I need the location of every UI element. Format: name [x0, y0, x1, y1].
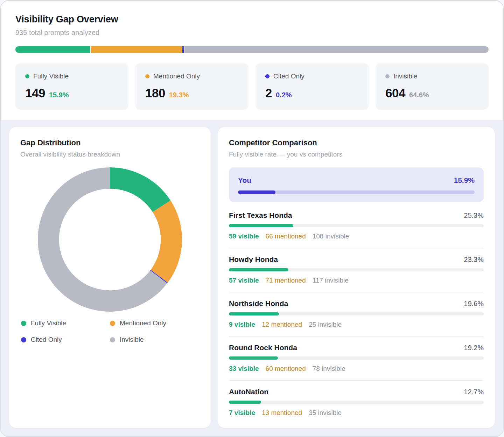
stat-label: Mentioned Only: [153, 72, 200, 80]
you-bar-fill: [238, 190, 275, 194]
stat-percent: 15.9%: [49, 91, 69, 99]
donut-slice-fully-visible: [110, 167, 170, 212]
competitor-row-header: AutoNation12.7%: [229, 388, 484, 396]
page-title: Visibility Gap Overview: [15, 14, 489, 25]
mentioned-count: 12 mentioned: [262, 321, 302, 328]
competitor-row-header: First Texas Honda25.3%: [229, 211, 484, 220]
stat-value: 604: [385, 86, 405, 100]
competitor-bar-fill: [229, 224, 293, 227]
competitor-row-header: Howdy Honda23.3%: [229, 255, 484, 264]
cited-only-legend-dot-icon: [21, 337, 26, 342]
visible-count: 33 visible: [229, 365, 259, 373]
you-row: You 15.9%: [229, 167, 484, 202]
stat-percent: 19.3%: [169, 91, 189, 99]
competitor-comparison-card: Competitor Comparison Fully visible rate…: [218, 127, 495, 428]
competitor-row-header: Northside Honda19.6%: [229, 299, 484, 308]
visible-count: 57 visible: [229, 277, 259, 284]
competitor-stats: 9 visible12 mentioned25 invisible: [229, 321, 484, 328]
competitor-percent: 23.3%: [464, 256, 484, 264]
competitor-bar-fill: [229, 356, 278, 360]
competitor-stats: 57 visible71 mentioned117 invisible: [229, 277, 484, 284]
competitor-percent: 25.3%: [464, 211, 484, 220]
gap-distribution-card: Gap Distribution Overall visibility stat…: [9, 127, 211, 428]
competitor-comparison-subtitle: Fully visible rate — you vs competitors: [229, 151, 484, 158]
stat-value-row: 18019.3%: [145, 86, 239, 100]
legend-label: Cited Only: [31, 336, 62, 344]
competitor-row-first-texas-honda: First Texas Honda25.3%59 visible66 menti…: [229, 204, 484, 248]
stat-value-row: 20.2%: [265, 86, 359, 100]
legend-item-cited-only: Cited Only: [21, 336, 110, 344]
stat-label: Cited Only: [273, 72, 304, 80]
stat-percent: 64.6%: [409, 91, 429, 99]
donut-chart: [38, 167, 182, 312]
competitor-row-autonation: AutoNation12.7%7 visible13 mentioned35 i…: [229, 381, 484, 417]
competitor-name: AutoNation: [229, 388, 268, 396]
visible-count: 59 visible: [229, 233, 259, 240]
invisible-dot-icon: [385, 74, 390, 78]
competitor-bar-fill: [229, 401, 261, 404]
competitor-bar-fill: [229, 312, 279, 315]
mentioned-count: 13 mentioned: [262, 409, 302, 417]
stat-card-fully-visible: Fully Visible14915.9%: [15, 63, 128, 110]
invisible-count: 108 invisible: [313, 233, 349, 240]
visibility-gap-dashboard: Visibility Gap Overview 935 total prompt…: [0, 0, 504, 437]
visibility-stacked-bar: [15, 46, 489, 53]
competitor-name: Northside Honda: [229, 299, 288, 308]
competitor-name: First Texas Honda: [229, 211, 292, 220]
stat-card-mentioned-only: Mentioned Only18019.3%: [135, 63, 248, 110]
competitor-bar-track: [229, 312, 484, 315]
invisible-count: 25 invisible: [309, 321, 342, 328]
stat-value: 180: [145, 86, 165, 100]
you-percent: 15.9%: [454, 176, 475, 185]
donut-slice-mentioned-only: [150, 201, 182, 283]
competitor-stats: 33 visible60 mentioned78 invisible: [229, 365, 484, 373]
mentioned-count: 60 mentioned: [266, 365, 306, 373]
invisible-legend-dot-icon: [110, 337, 115, 342]
legend-label: Invisible: [120, 336, 144, 344]
competitor-bar-track: [229, 356, 484, 360]
mentioned-only-legend-dot-icon: [110, 321, 115, 326]
mentioned-only-dot-icon: [145, 74, 149, 78]
competitor-percent: 19.6%: [464, 300, 484, 308]
page-subtitle: 935 total prompts analyzed: [15, 29, 489, 37]
competitor-comparison-title: Competitor Comparison: [229, 138, 484, 147]
stat-label-row: Cited Only: [265, 72, 359, 80]
fully-visible-legend-dot-icon: [21, 321, 26, 326]
legend-item-invisible: Invisible: [110, 336, 199, 344]
competitor-percent: 12.7%: [464, 388, 484, 396]
fully-visible-dot-icon: [25, 74, 29, 78]
you-bar-track: [238, 190, 475, 194]
overview-header: Visibility Gap Overview 935 total prompt…: [1, 1, 503, 120]
visible-count: 7 visible: [229, 409, 255, 417]
competitor-row-howdy-honda: Howdy Honda23.3%57 visible71 mentioned11…: [229, 248, 484, 292]
gap-distribution-title: Gap Distribution: [20, 138, 200, 147]
donut-legend: Fully VisibleMentioned OnlyCited OnlyInv…: [20, 319, 200, 344]
competitor-percent: 19.2%: [464, 344, 484, 352]
competitor-name: Howdy Honda: [229, 255, 278, 264]
stat-label: Invisible: [393, 72, 418, 80]
competitor-bar-fill: [229, 268, 288, 271]
dashboard-body: Gap Distribution Overall visibility stat…: [1, 120, 503, 436]
you-label: You: [238, 176, 251, 185]
competitor-stats: 7 visible13 mentioned35 invisible: [229, 409, 484, 417]
stat-label-row: Fully Visible: [25, 72, 119, 80]
invisible-count: 117 invisible: [313, 277, 349, 284]
stat-label-row: Mentioned Only: [145, 72, 239, 80]
competitor-bar-track: [229, 268, 484, 271]
stat-cards-row: Fully Visible14915.9%Mentioned Only18019…: [15, 63, 489, 110]
stat-card-invisible: Invisible60464.6%: [376, 63, 489, 110]
stat-value: 149: [25, 86, 45, 100]
bar-segment-fully-visible: [15, 46, 90, 53]
stat-value-row: 60464.6%: [385, 86, 479, 100]
cited-only-dot-icon: [265, 74, 270, 78]
bar-segment-invisible: [184, 46, 489, 53]
gap-distribution-subtitle: Overall visibility status breakdown: [20, 151, 200, 158]
competitor-row-round-rock-honda: Round Rock Honda19.2%33 visible60 mentio…: [229, 337, 484, 381]
invisible-count: 35 invisible: [309, 409, 342, 417]
stat-value-row: 14915.9%: [25, 86, 119, 100]
bar-segment-cited-only: [182, 46, 184, 53]
legend-item-mentioned-only: Mentioned Only: [110, 319, 199, 327]
competitor-row-northside-honda: Northside Honda19.6%9 visible12 mentione…: [229, 292, 484, 337]
competitor-bar-track: [229, 224, 484, 227]
donut-chart-svg: [38, 167, 182, 312]
